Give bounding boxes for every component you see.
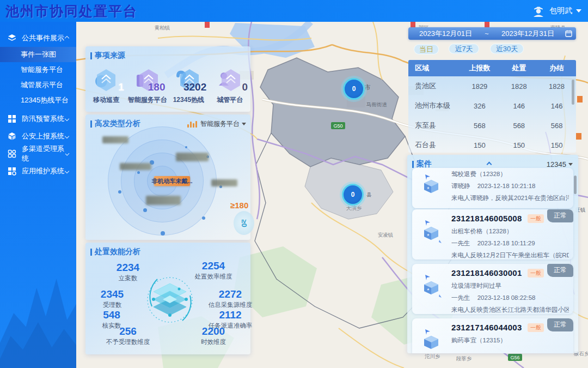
svg-text:段莘乡: 段莘乡: [456, 355, 472, 361]
svg-text:安凌镇: 安凌镇: [378, 232, 394, 238]
source-value: 3202: [183, 81, 206, 93]
case-meta: 一先生 2023-12-18 08:22:58: [451, 294, 569, 302]
calendar-icon[interactable]: [565, 30, 572, 37]
case-box-icon: [416, 273, 446, 302]
case-desc: 来电人反映12月2日下午乘坐出租车（皖RD0...: [451, 251, 569, 260]
source-label: 移动巡查: [85, 95, 127, 105]
road-shield-g50: G50: [331, 122, 345, 129]
collapse-chevron-icon[interactable]: [486, 161, 492, 167]
case-id: 231218146005008: [451, 214, 522, 223]
source-value: 0: [242, 81, 248, 93]
case-meta: 一先生 2023-12-18 10:11:29: [451, 239, 569, 248]
case-reporter: 一先生: [451, 240, 470, 246]
table-row[interactable]: 贵池区 1829 1828 1828: [408, 76, 576, 96]
sidebar-section-police-report[interactable]: 公安上报系统: [0, 128, 76, 145]
source-12345-hotline: 3202 12345热线: [168, 68, 210, 105]
sidebar-section-maintenance[interactable]: 应用维护系统: [0, 162, 76, 180]
pill-label: 当日: [419, 45, 433, 55]
table-scrollbar[interactable]: [572, 80, 574, 105]
table-body: 贵池区 1829 1828 1828 池州市本级 326 146 146 东至县…: [408, 76, 576, 153]
case-title: 出租车价格（12328）: [451, 227, 569, 236]
sidebar-item-event-map[interactable]: 事件一张图: [0, 47, 76, 62]
map-marker-cluster[interactable]: 0: [342, 184, 364, 206]
item-label: 事件一张图: [21, 50, 56, 59]
date-end-input[interactable]: 2023年12月31日: [491, 29, 565, 39]
stat-disposal-rate: 2254 处置效率维度: [187, 261, 240, 281]
stat-rejected: 256 不予受理数维度: [102, 326, 154, 346]
source-smart-service: 180 智能服务平台: [127, 68, 168, 105]
map-marker-cluster[interactable]: 0: [343, 78, 365, 100]
quick-filter-today[interactable]: 当日: [414, 44, 439, 55]
case-box-icon: [416, 170, 446, 200]
case-card[interactable]: 正常 231217146044003 一般 购药事宜（12315）: [412, 318, 573, 353]
date-start-input[interactable]: 2023年12月01日: [408, 29, 483, 39]
case-time: 2023-12-18 10:21:18: [477, 183, 536, 189]
case-reporter: 一先生: [451, 294, 470, 301]
item-label: 城管展示平台: [21, 80, 63, 90]
chevron-down-icon: [242, 123, 246, 125]
radar-dot: [143, 208, 147, 212]
app-header: 池州市协同处置平台 包明武: [0, 0, 588, 22]
source-label: 智能服务平台: [127, 95, 168, 105]
legend-max: ≥180: [230, 201, 248, 210]
bar-chart-icon: [187, 121, 197, 128]
sidebar-item-smart-service[interactable]: 智能服务平台: [0, 62, 76, 77]
case-card[interactable]: 正常 231218146005008 一般 出租车价格（12328） 一先生 2…: [412, 209, 573, 260]
table-header: 区域 上报数 处置 办结: [408, 60, 576, 76]
radar-dot: [161, 231, 165, 236]
case-title: 购药事宜（12315）: [451, 336, 569, 345]
case-source-dropdown[interactable]: 12345: [547, 160, 573, 168]
sidebar-section-multichannel[interactable]: 多渠道受理系统: [0, 145, 76, 162]
case-card[interactable]: 正常 231218146030001 一般 垃圾清理时间过早 一先生 2023-…: [412, 264, 573, 314]
case-desc: 来电人谭晓静，反映其2021年在贵池区白洋...: [451, 194, 569, 202]
user-menu[interactable]: 包明武: [531, 0, 581, 22]
svg-text:大演乡: 大演乡: [346, 205, 362, 211]
table-row[interactable]: 东至县 568 568 568: [408, 116, 576, 135]
layers-icon: [8, 34, 16, 43]
mountain-decoration: [0, 254, 76, 368]
chevron-down-icon: [65, 134, 69, 138]
col-reported: 上报数: [458, 63, 500, 73]
date-separator: ~: [483, 29, 491, 38]
svg-text:G50: G50: [333, 123, 342, 129]
section-label: 应用维护系统: [22, 166, 64, 176]
stat-label: 时效维度: [186, 338, 241, 346]
city-officer-icon: [217, 68, 242, 92]
source-city-platform: 0 城管平台: [209, 68, 250, 105]
table-row[interactable]: 池州市本级 326 146 146: [408, 96, 576, 116]
sidebar: 公共事件展示 事件一张图 智能服务平台 城管展示平台 12345热线平台 防汛预…: [0, 22, 76, 368]
case-list-scrollbar[interactable]: [574, 176, 577, 194]
panel-title: 事项来源: [85, 46, 250, 61]
case-desc: 来电人反映贵池区长江北路天都清华园小区4...: [451, 306, 569, 314]
panel-high-frequency-types: 高发类型分析 智能服务平台 非机动车未戴... ≥180 ≥0: [85, 114, 250, 240]
filter-value: 智能服务平台: [200, 119, 240, 129]
stat-value: 2200: [186, 326, 241, 337]
quick-filter-30days[interactable]: 近30天: [490, 44, 524, 54]
radar-dot: [202, 216, 205, 220]
case-time: 2023-12-18 10:11:29: [477, 240, 535, 246]
chevron-down-icon: [65, 169, 69, 173]
case-time: 2023-12-18 08:22:58: [477, 294, 536, 301]
highlighted-category[interactable]: 非机动车未戴...: [154, 176, 190, 186]
sidebar-item-12345-hotline[interactable]: 12345热线平台: [0, 93, 76, 108]
quick-filter-7days[interactable]: 近7天: [449, 44, 479, 54]
pill-label: 近30天: [496, 44, 518, 54]
table-row[interactable]: 石台县 150 150 150: [408, 135, 576, 153]
col-region: 区域: [408, 63, 458, 73]
efficiency-core-icon: [145, 273, 194, 327]
panel-disposal-efficiency: 处置效能分析 2234 立案数 2345 受理数 548 核实数 256 不予受…: [85, 243, 250, 354]
level-badge: 一般: [528, 214, 544, 223]
case-card[interactable]: 驾校退费（12328） 谭晓静 2023-12-18 10:21:18 来电人谭…: [412, 168, 573, 208]
region-stats-table: 区域 上报数 处置 办结 贵池区 1829 1828 1828 池州市本级 32…: [408, 60, 576, 153]
col-closed: 办结: [537, 63, 576, 73]
source-filter-dropdown[interactable]: 智能服务平台: [187, 119, 246, 129]
page-title: 池州市协同处置平台: [5, 2, 138, 20]
sidebar-section-public-events[interactable]: 公共事件展示: [0, 29, 76, 47]
case-meta: 谭晓静 2023-12-18 10:21:18: [451, 182, 569, 190]
source-value: 180: [148, 81, 166, 93]
level-badge: 一般: [528, 323, 544, 332]
case-box-icon: [416, 218, 446, 248]
sidebar-section-flood-warning[interactable]: 防汛预警系统: [0, 110, 76, 128]
section-label: 公共事件展示: [22, 33, 64, 43]
sidebar-item-city-mgmt[interactable]: 城管展示平台: [0, 77, 76, 93]
